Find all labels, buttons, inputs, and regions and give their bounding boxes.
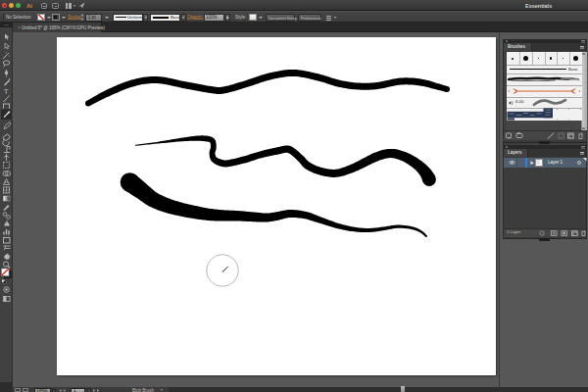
- svg-text:T: T: [4, 87, 9, 96]
